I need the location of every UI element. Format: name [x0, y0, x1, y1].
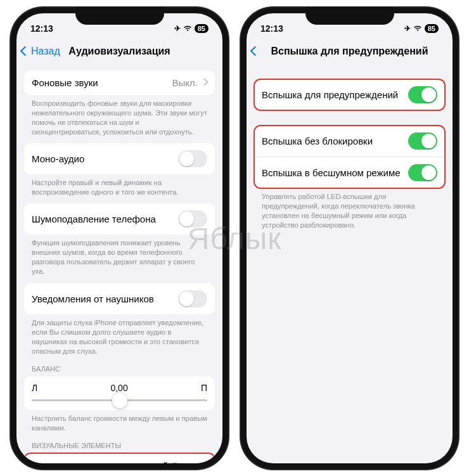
row-background-sounds[interactable]: Фоновые звуки Выкл. — [24, 70, 215, 95]
back-button[interactable] — [252, 46, 260, 57]
phone-frame-left: 12:13 ✈ 85 Назад Аудиовизуализация Фонов… — [10, 7, 229, 470]
content-right: Вспышка для предупреждений Вспышка без б… — [247, 64, 453, 463]
chevron-left-icon — [252, 46, 260, 57]
footer-text: Функция шумоподавления понижает уровень … — [24, 235, 215, 276]
row-flash-for-alerts[interactable]: Вспышка для предупреждений — [254, 79, 445, 110]
balance-center-label: 0,00 — [110, 383, 127, 393]
chevron-right-icon — [202, 461, 207, 463]
row-flash-unlocked[interactable]: Вспышка без блокировки — [254, 125, 445, 157]
balance-slider-cell: Л 0,00 П — [24, 376, 215, 410]
footer-text: Воспроизводить фоновые звуки для маскиро… — [24, 95, 215, 137]
content-left: Фоновые звуки Выкл. Воспроизводить фонов… — [16, 64, 222, 463]
row-value: Выкл. — [172, 77, 198, 88]
section-header-visual: ВИЗУАЛЬНЫЕ ЭЛЕМЕНТЫ — [24, 433, 215, 449]
row-noise-cancel[interactable]: Шумоподавление телефона — [24, 203, 215, 235]
chevron-left-icon — [22, 46, 30, 57]
wifi-icon — [413, 25, 422, 32]
status-right: ✈ 85 — [404, 24, 439, 33]
phone-frame-right: 12:13 ✈ 85 Вспышка для предупреждений Вс… — [240, 7, 459, 470]
row-mono-audio[interactable]: Моно-аудио — [24, 143, 215, 174]
toggle-flash-silent[interactable] — [408, 164, 437, 181]
footer-text: Настроить баланс громкости между левым и… — [24, 410, 215, 433]
footer-text: Настройте правый и левый динамик на восп… — [24, 174, 215, 197]
airplane-icon: ✈ — [174, 24, 181, 33]
toggle-flash-alerts[interactable] — [408, 86, 437, 103]
toggle-noise-cancel[interactable] — [178, 210, 207, 228]
row-flash-silent[interactable]: Вспышка в бесшумном режиме — [254, 157, 445, 188]
row-label: Вспышка для предупреждений — [32, 460, 168, 463]
page-title: Вспышка для предупреждений — [247, 46, 453, 57]
nav-bar: Вспышка для предупреждений — [247, 39, 453, 64]
row-label: Уведомления от наушников — [32, 293, 154, 304]
chevron-right-icon — [202, 78, 207, 87]
airplane-icon: ✈ — [404, 24, 411, 33]
row-label: Моно-аудио — [32, 153, 84, 164]
notch — [75, 7, 164, 25]
balance-right-label: П — [201, 383, 207, 393]
screen-right: 12:13 ✈ 85 Вспышка для предупреждений Вс… — [247, 13, 453, 463]
battery-level: 85 — [425, 24, 439, 33]
wifi-icon — [183, 25, 192, 32]
section-header-balance: БАЛАНС — [24, 356, 215, 373]
slider-thumb[interactable] — [112, 393, 127, 408]
toggle-headphone-notify[interactable] — [178, 290, 207, 307]
status-time: 12:13 — [260, 23, 283, 34]
status-time: 12:13 — [30, 23, 53, 34]
balance-slider[interactable] — [32, 399, 207, 401]
row-value: Выкл. — [172, 460, 198, 463]
row-label: Вспышка для предупреждений — [262, 89, 398, 100]
balance-left-label: Л — [32, 383, 37, 393]
footer-text: Для защиты слуха iPhone отправляет уведо… — [24, 314, 215, 356]
screen-left: 12:13 ✈ 85 Назад Аудиовизуализация Фонов… — [16, 13, 222, 463]
toggle-mono-audio[interactable] — [178, 150, 207, 167]
notch — [305, 7, 394, 25]
footer-text: Управлять работой LED-вспышки для предуп… — [254, 188, 445, 230]
toggle-flash-unlocked[interactable] — [408, 132, 437, 150]
row-label: Вспышка без блокировки — [262, 136, 373, 146]
group-flash-options: Вспышка без блокировки Вспышка в бесшумн… — [254, 125, 445, 188]
row-label: Вспышка в бесшумном режиме — [262, 167, 401, 178]
back-label: Назад — [31, 46, 60, 57]
row-label: Шумоподавление телефона — [32, 214, 156, 224]
row-flash-alerts[interactable]: Вспышка для предупреждений Выкл. — [24, 453, 215, 463]
row-label: Фоновые звуки — [32, 77, 98, 88]
row-headphone-notify[interactable]: Уведомления от наушников — [24, 283, 215, 314]
nav-bar: Назад Аудиовизуализация — [16, 39, 222, 64]
battery-level: 85 — [195, 24, 209, 33]
back-button[interactable]: Назад — [22, 46, 60, 57]
status-right: ✈ 85 — [174, 24, 209, 33]
